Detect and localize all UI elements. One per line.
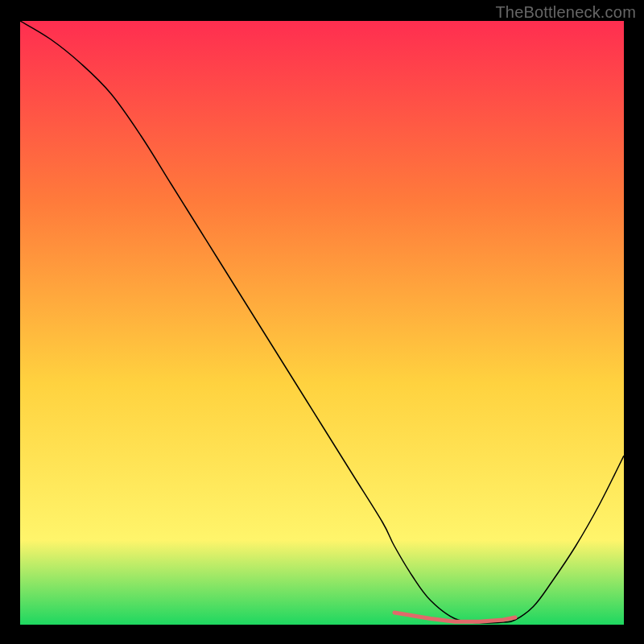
plot-svg <box>20 21 624 625</box>
plot-area <box>20 21 624 625</box>
watermark-text: TheBottleneck.com <box>495 3 636 22</box>
chart-frame: TheBottleneck.com <box>0 0 644 644</box>
gradient-background <box>20 21 624 625</box>
